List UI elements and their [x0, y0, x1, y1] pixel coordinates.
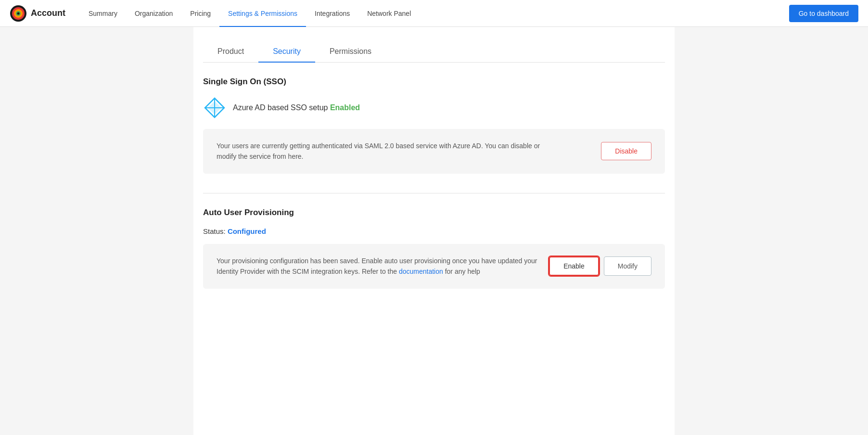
provisioning-info-text: Your provisioning configuration has been… — [217, 256, 539, 277]
provisioning-btn-group: Enable Modify — [549, 256, 651, 276]
documentation-link[interactable]: documentation — [399, 268, 443, 275]
sso-label: Azure AD based SSO setup Enabled — [233, 103, 360, 112]
sso-title: Single Sign On (SSO) — [203, 77, 665, 87]
main-header: Account Summary Organization Pricing Set… — [0, 0, 868, 27]
tab-product[interactable]: Product — [203, 41, 258, 63]
logo-text: Account — [31, 8, 65, 18]
status-label: Status: — [203, 227, 226, 235]
sub-tabs: Product Security Permissions — [203, 41, 665, 63]
section-divider — [203, 193, 665, 193]
nav-organization[interactable]: Organization — [126, 0, 181, 27]
provisioning-section: Auto User Provisioning Status: Configure… — [203, 208, 665, 289]
main-nav: Summary Organization Pricing Settings & … — [80, 0, 789, 27]
sso-row: Azure AD based SSO setup Enabled — [203, 96, 665, 119]
nav-network[interactable]: Network Panel — [358, 0, 420, 27]
tab-permissions[interactable]: Permissions — [315, 41, 386, 63]
modify-button[interactable]: Modify — [604, 256, 651, 276]
disable-button[interactable]: Disable — [601, 142, 651, 160]
provisioning-status: Configured — [228, 227, 266, 235]
provisioning-title: Auto User Provisioning — [203, 208, 665, 218]
azure-ad-icon — [203, 96, 226, 119]
main-content: Product Security Permissions Single Sign… — [193, 27, 675, 435]
go-to-dashboard-button[interactable]: Go to dashboard — [789, 5, 858, 22]
logo-area: Account — [10, 5, 65, 22]
provisioning-status-row: Status: Configured — [203, 227, 665, 235]
nav-pricing[interactable]: Pricing — [181, 0, 219, 27]
sso-section: Single Sign On (SSO) Azure AD based SSO … — [203, 77, 665, 174]
enable-button[interactable]: Enable — [549, 256, 599, 276]
nav-settings[interactable]: Settings & Permissions — [219, 0, 306, 27]
nav-summary[interactable]: Summary — [80, 0, 126, 27]
tab-security[interactable]: Security — [258, 41, 315, 63]
svg-point-4 — [17, 12, 20, 14]
sso-info-box: Your users are currently getting authent… — [203, 129, 665, 174]
provisioning-info-box: Your provisioning configuration has been… — [203, 244, 665, 289]
sso-status: Enabled — [330, 103, 360, 112]
nav-integrations[interactable]: Integrations — [306, 0, 358, 27]
logo-icon — [10, 5, 27, 22]
sso-info-text: Your users are currently getting authent… — [217, 141, 544, 162]
